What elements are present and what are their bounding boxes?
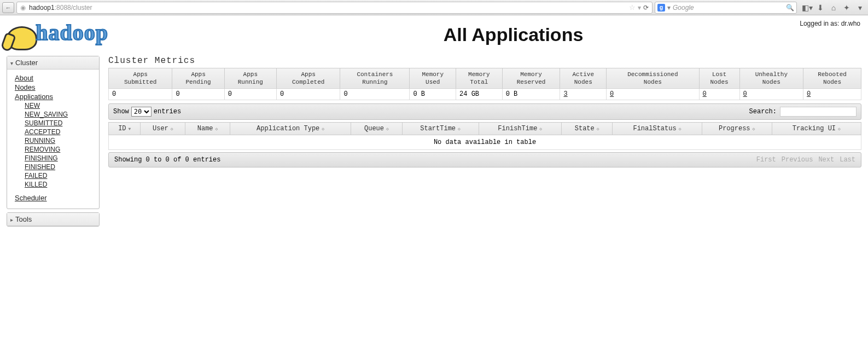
metrics-value[interactable]: 0 xyxy=(739,89,803,100)
applications-table: ID▼User◇Name◇Application Type◇Queue◇Star… xyxy=(108,122,861,150)
pager-last[interactable]: Last xyxy=(840,156,855,164)
table-footer: Showing 0 to 0 of 0 entries FirstPreviou… xyxy=(108,152,861,167)
metrics-value[interactable]: 0 xyxy=(803,89,861,100)
metrics-header: AppsSubmitted xyxy=(109,68,172,89)
metrics-table: AppsSubmittedAppsPendingAppsRunningAppsC… xyxy=(108,68,861,101)
apps-column-header[interactable]: StartTime◇ xyxy=(402,123,479,135)
metrics-header: MemoryReserved xyxy=(502,68,560,89)
metrics-value: 0 xyxy=(172,89,224,100)
metrics-value[interactable]: 0 xyxy=(699,89,739,100)
login-status: Logged in as: dr.who xyxy=(800,20,860,27)
metrics-value[interactable]: 3 xyxy=(560,89,607,100)
sidebar-appstate-running[interactable]: RUNNING xyxy=(25,137,95,145)
sidebar: ▾Cluster About Nodes Applications NEWNEW… xyxy=(7,56,100,230)
metrics-value: 0 B xyxy=(502,89,560,100)
sidebar-appstate-accepted[interactable]: ACCEPTED xyxy=(25,128,95,136)
metrics-header: ActiveNodes xyxy=(560,68,607,89)
cluster-label: Cluster xyxy=(15,59,38,67)
apps-column-header[interactable]: Name◇ xyxy=(185,123,230,135)
bookmark-star-icon[interactable]: ☆ xyxy=(629,3,636,11)
search-label: Search: xyxy=(749,108,777,115)
sidebar-appstate-failed[interactable]: FAILED xyxy=(25,172,95,180)
panel-cluster-header[interactable]: ▾Cluster xyxy=(7,56,99,70)
pager-next[interactable]: Next xyxy=(818,156,834,164)
metrics-header: UnhealthyNodes xyxy=(739,68,803,89)
sidebar-link-nodes[interactable]: Nodes xyxy=(15,83,95,91)
browser-icon-group: ◧▾ ⬇ ⌂ ✦ ▾ xyxy=(799,2,866,13)
apps-column-header[interactable]: User◇ xyxy=(141,123,185,135)
sidebar-appstate-new_saving[interactable]: NEW_SAVING xyxy=(25,111,95,118)
sidebar-appstate-finished[interactable]: FINISHED xyxy=(25,163,95,171)
main-content: Cluster Metrics AppsSubmittedAppsPending… xyxy=(108,56,861,230)
hadoop-elephant-icon xyxy=(7,26,37,50)
metrics-value: 0 xyxy=(224,89,276,100)
apps-column-header[interactable]: Queue◇ xyxy=(351,123,402,135)
downloads-icon[interactable]: ⬇ xyxy=(814,2,826,13)
sidebar-appstate-killed[interactable]: KILLED xyxy=(25,181,95,188)
url-path: :8088/cluster xyxy=(55,4,92,11)
sidebar-link-scheduler[interactable]: Scheduler xyxy=(15,194,95,202)
metrics-value[interactable]: 0 xyxy=(607,89,700,100)
panel-cluster: ▾Cluster About Nodes Applications NEWNEW… xyxy=(7,56,100,209)
metrics-header: LostNodes xyxy=(699,68,739,89)
browser-toolbar: ← ◉ hadoop1:8088/cluster ☆ ▾ ⟳ g ▾ Googl… xyxy=(0,0,868,15)
table-toolbar: Show 20 entries Search: xyxy=(108,103,861,120)
metrics-header: AppsRunning xyxy=(224,68,276,89)
metrics-value: 0 B xyxy=(410,89,456,100)
sidebar-appstate-new[interactable]: NEW xyxy=(25,102,95,109)
sidebar-link-applications[interactable]: Applications xyxy=(15,93,95,101)
chevron-right-icon: ▸ xyxy=(10,217,13,223)
apps-column-header[interactable]: State◇ xyxy=(562,123,613,135)
dropdown-icon[interactable]: ▾ xyxy=(638,4,641,11)
metrics-value: 0 xyxy=(276,89,340,100)
pager-previous[interactable]: Previous xyxy=(782,156,813,164)
metrics-header: RebootedNodes xyxy=(803,68,861,89)
logo-text: hadoop xyxy=(36,20,108,45)
table-info: Showing 0 to 0 of 0 entries xyxy=(114,156,220,164)
apps-column-header[interactable]: Progress◇ xyxy=(702,123,772,135)
panel-tools: ▸Tools xyxy=(7,212,100,227)
address-bar[interactable]: ◉ hadoop1:8088/cluster ☆ ▾ ⟳ xyxy=(16,2,653,14)
url-host: hadoop1 xyxy=(29,4,55,11)
sidebar-appstate-finishing[interactable]: FINISHING xyxy=(25,154,95,162)
search-input[interactable] xyxy=(780,107,857,117)
empty-message: No data available in table xyxy=(109,135,861,150)
app-state-list: NEWNEW_SAVINGSUBMITTEDACCEPTEDRUNNINGREM… xyxy=(25,102,95,188)
panel-tools-header[interactable]: ▸Tools xyxy=(7,213,99,226)
metrics-header: AppsPending xyxy=(172,68,224,89)
page-title: All Applications xyxy=(165,24,861,45)
apps-column-header[interactable]: Application Type◇ xyxy=(230,123,351,135)
extension-icon[interactable]: ✦ xyxy=(841,2,853,13)
show-label-post: entries xyxy=(154,108,181,115)
tools-label: Tools xyxy=(15,215,32,223)
apps-column-header[interactable]: FinishTime◇ xyxy=(479,123,562,135)
pager-first[interactable]: First xyxy=(756,156,776,164)
logo-area: hadoop xyxy=(7,20,165,50)
page-size-select[interactable]: 20 xyxy=(131,107,152,117)
metrics-value: 0 xyxy=(109,89,172,100)
menu-dropdown-icon[interactable]: ▾ xyxy=(854,2,866,13)
reload-icon[interactable]: ⟳ xyxy=(643,4,649,11)
browser-search[interactable]: g ▾ Google 🔍 xyxy=(655,2,797,14)
search-icon[interactable]: 🔍 xyxy=(786,4,794,11)
metrics-value: 0 xyxy=(340,89,410,100)
apps-column-header[interactable]: ID▼ xyxy=(109,123,141,135)
sidebar-link-about[interactable]: About xyxy=(15,74,95,82)
globe-icon: ◉ xyxy=(20,4,26,11)
apps-column-header[interactable]: Tracking UI◇ xyxy=(772,123,861,135)
back-button[interactable]: ← xyxy=(2,2,14,13)
pager: FirstPreviousNextLast xyxy=(756,156,855,164)
chevron-down-icon: ▾ xyxy=(10,60,13,66)
apps-column-header[interactable]: FinalStatus◇ xyxy=(613,123,702,135)
home-icon[interactable]: ⌂ xyxy=(828,2,840,13)
show-label-pre: Show xyxy=(113,108,129,115)
metrics-header: DecommissionedNodes xyxy=(607,68,700,89)
metrics-value: 24 GB xyxy=(456,89,503,100)
search-dropdown-icon[interactable]: ▾ xyxy=(667,4,671,11)
metrics-header: AppsCompleted xyxy=(276,68,340,89)
addon-icon[interactable]: ◧▾ xyxy=(801,2,813,13)
sidebar-appstate-submitted[interactable]: SUBMITTED xyxy=(25,119,95,127)
sidebar-appstate-removing[interactable]: REMOVING xyxy=(25,146,95,153)
metrics-header: ContainersRunning xyxy=(340,68,410,89)
google-icon: g xyxy=(657,4,665,11)
